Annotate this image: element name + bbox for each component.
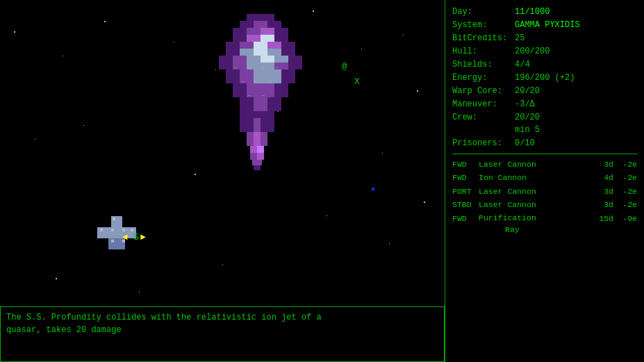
warp-label: Warp Core:: [452, 85, 515, 97]
weapon-energy-2: -2e: [616, 172, 637, 183]
svg-rect-80: [247, 139, 254, 146]
svg-rect-56: [233, 90, 247, 97]
weapon-dir-2: FWD: [452, 172, 476, 183]
star: [35, 139, 35, 140]
svg-rect-1: [261, 14, 274, 21]
svg-rect-21: [267, 49, 281, 56]
system-value: GAMMA PYXIDIS: [515, 19, 637, 31]
day-value: 11/1000: [515, 6, 637, 18]
weapon-energy-1: -2e: [616, 158, 637, 170]
bitcoins-label: BitCredits:: [452, 32, 515, 44]
svg-rect-2: [240, 21, 254, 28]
weapon-name-5: Purification Ray: [479, 212, 593, 236]
svg-rect-12: [274, 35, 288, 42]
svg-rect-54: [261, 83, 274, 90]
star: [313, 10, 314, 12]
svg-rect-39: [226, 69, 240, 76]
weapon-dmg-1: 3d: [595, 158, 613, 170]
star: [403, 35, 404, 35]
star: [215, 69, 216, 70]
day-label: Day:: [452, 6, 515, 18]
crew-value-line2: min 5: [515, 124, 637, 136]
svg-rect-41: [254, 69, 267, 76]
nav-arrow-left[interactable]: ◄: [122, 232, 128, 242]
weapon-row-1[interactable]: FWD Laser Cannon 3d -2e: [452, 158, 637, 170]
svg-rect-0: [247, 14, 261, 21]
day-row: Day: 11/1000: [452, 6, 637, 18]
svg-rect-68: [240, 111, 247, 118]
weapon-energy-3: -2e: [616, 186, 637, 197]
svg-rect-16: [267, 42, 281, 49]
svg-rect-76: [261, 125, 274, 132]
star: [382, 153, 383, 154]
svg-rect-62: [240, 97, 254, 104]
prisoners-value: 0/10: [515, 137, 637, 149]
shields-value: 4/4: [515, 58, 637, 71]
maneuver-label: Maneuver:: [452, 98, 515, 110]
weapon-dir-3: PORT: [452, 186, 476, 197]
svg-rect-25: [247, 56, 261, 63]
at-symbol: @: [342, 61, 347, 72]
weapon-row-4[interactable]: STBD Laser Cannon 3d -2e: [452, 199, 637, 211]
crew-value: 20/20 min 5: [515, 111, 637, 136]
energy-label: Energy:: [452, 72, 515, 84]
svg-rect-13: [226, 42, 240, 49]
weapons-list: FWD Laser Cannon 3d -2e FWD Ion Cannon 4…: [452, 158, 637, 236]
nav-label-s: S: [133, 232, 139, 242]
svg-rect-48: [281, 76, 295, 83]
svg-rect-28: [288, 56, 302, 63]
prisoners-label: Prisoners:: [452, 137, 515, 149]
star: [83, 125, 84, 126]
svg-rect-78: [254, 132, 261, 139]
alien-ship: ~ ~ ~ ~ ~ ~ ~ ~ ~: [219, 14, 316, 222]
svg-rect-94: [111, 229, 114, 231]
bitcoins-row: BitCredits: 25: [452, 32, 637, 44]
shields-label: Shields:: [452, 58, 515, 71]
star: [389, 243, 390, 244]
star: [63, 56, 63, 56]
ray-label: Ray: [479, 225, 520, 234]
crew-value-line1: 20/20: [515, 111, 637, 124]
svg-rect-67: [267, 104, 281, 111]
star: [139, 292, 140, 293]
svg-rect-14: [240, 42, 254, 49]
energy-value: 196/200 (+2): [515, 72, 637, 84]
weapon-row-3[interactable]: PORT Laser Cannon 3d -2e: [452, 186, 637, 197]
svg-rect-7: [261, 28, 274, 35]
svg-rect-64: [267, 97, 281, 104]
svg-rect-85: [250, 153, 257, 160]
weapon-row-5[interactable]: FWD Purification Ray 15d -9e: [452, 212, 637, 236]
weapon-dir-4: STBD: [452, 199, 476, 211]
maneuver-row: Maneuver: -3/Δ: [452, 98, 637, 110]
svg-rect-72: [254, 118, 261, 125]
svg-rect-53: [247, 83, 261, 90]
weapon-name-4: Laser Cannon: [479, 199, 593, 211]
svg-rect-97: [111, 240, 114, 242]
weapon-row-2[interactable]: FWD Ion Cannon 4d -2e: [452, 172, 637, 183]
svg-rect-22: [281, 49, 295, 56]
weapon-energy-5: -9e: [616, 212, 637, 224]
message-text: The S.S. Profundity collides with the re…: [6, 313, 322, 335]
svg-rect-69: [247, 111, 261, 118]
svg-rect-18: [226, 49, 240, 56]
svg-rect-77: [247, 132, 254, 139]
star: [222, 264, 223, 265]
warp-value: 20/20: [515, 85, 637, 97]
svg-rect-83: [250, 146, 257, 153]
space-viewport: ~ ~ ~ ~ ~ ~ ~ ~ ~: [0, 0, 445, 362]
svg-rect-81: [254, 139, 261, 146]
svg-rect-23: [219, 56, 233, 63]
system-label: System:: [452, 19, 515, 31]
svg-rect-4: [267, 21, 281, 28]
svg-rect-5: [233, 28, 247, 35]
svg-rect-55: [274, 83, 288, 90]
star: [361, 49, 362, 49]
system-row: System: GAMMA PYXIDIS: [452, 19, 637, 31]
nav-arrow-right[interactable]: ►: [140, 232, 146, 242]
svg-rect-73: [261, 118, 274, 125]
star: [195, 174, 196, 175]
hull-value: 200/200: [515, 45, 637, 58]
weapon-dmg-4: 3d: [595, 199, 613, 211]
hull-label: Hull:: [452, 45, 515, 58]
shields-row: Shields: 4/4: [452, 58, 637, 71]
